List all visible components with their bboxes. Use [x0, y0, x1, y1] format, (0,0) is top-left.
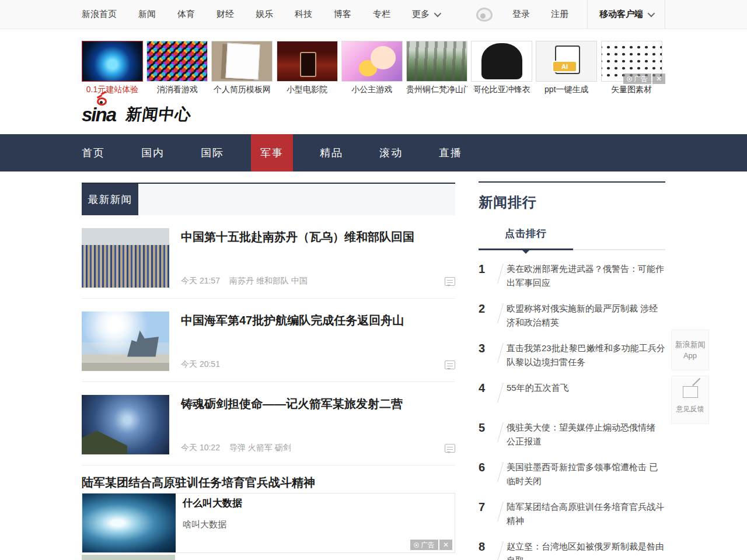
ad-caption: 个人简历模板网: [211, 85, 273, 95]
comment-icon[interactable]: [445, 444, 455, 453]
login-link[interactable]: 登录: [512, 9, 530, 20]
top-link-more[interactable]: 更多: [412, 9, 439, 20]
nav-item-live[interactable]: 直播: [430, 134, 472, 172]
ranking-item[interactable]: 4 55年的五次首飞: [479, 381, 665, 409]
ad-caption: 小公主游戏: [341, 85, 403, 95]
ranking-text: 陆军某团结合高原驻训任务培育官兵战斗精神: [507, 500, 665, 528]
slash-divider: [494, 540, 507, 560]
slash-divider: [494, 262, 507, 290]
app-label-line2: App: [673, 350, 707, 361]
ad-card-vector-icons[interactable]: 矢量图素材: [601, 41, 666, 94]
ad-thumbnail-ai-file: AI: [536, 41, 597, 82]
feedback-pencil-icon: [683, 386, 698, 398]
ad-eye-icon: [414, 542, 419, 548]
news-title[interactable]: 陆军某团结合高原驻训任务培育官兵战斗精神: [82, 475, 455, 491]
news-tags[interactable]: 导弹 火箭军 砺剑: [229, 443, 291, 453]
ranking-item[interactable]: 7 陆军某团结合高原驻训任务培育官兵战斗精神: [479, 500, 665, 528]
comment-icon[interactable]: [445, 360, 455, 369]
ranking-text: 55年的五次首飞: [507, 381, 665, 409]
sina-eye-icon: [97, 97, 107, 106]
ad-info-button[interactable]: 广告: [410, 540, 438, 550]
nav-item-domestic[interactable]: 国内: [132, 134, 174, 172]
section-bar: 最新新闻: [82, 183, 455, 215]
nav-item-international[interactable]: 国际: [191, 134, 233, 172]
sina-wordmark: sina: [82, 105, 116, 124]
nav-item-home[interactable]: 首页: [72, 134, 114, 172]
news-time: 今天 20:51: [181, 359, 220, 370]
ad-card-resume-template[interactable]: 个人简历模板网: [211, 41, 276, 94]
sina-logo[interactable]: sina: [82, 105, 116, 124]
top-link-blog[interactable]: 博客: [334, 9, 351, 20]
news-thumbnail-peacekeepers[interactable]: [82, 228, 169, 288]
ranking-item[interactable]: 5 俄驻美大使：望美媒停止煽动恐俄情绪 公正报道: [479, 421, 665, 449]
register-link[interactable]: 注册: [551, 9, 568, 20]
news-thumbnail-navy-ship[interactable]: [82, 312, 169, 371]
ranking-item[interactable]: 6 美国驻墨西哥新拉雷多领事馆遭枪击 已临时关闭: [479, 460, 665, 488]
chevron-down-icon: [648, 10, 655, 18]
ad-card-princess-game[interactable]: 小公主游戏: [341, 41, 406, 94]
ranking-tabs: 点击排行: [479, 227, 665, 250]
news-title[interactable]: 铸魂砺剑担使命——记火箭军某旅发射二营: [181, 396, 455, 411]
news-thumbnail-aircraft[interactable]: [82, 555, 175, 560]
rank-number: 6: [479, 460, 494, 488]
ranking-item[interactable]: 2 欧盟称将对俄实施新的最严厉制裁 涉经济和政治精英: [479, 302, 665, 330]
top-utility-bar: 新浪首页 新闻 体育 财经 娱乐 科技 博客 专栏 更多 登录 注册 移动客户端: [0, 0, 747, 29]
mobile-client-menu[interactable]: 移动客户端: [587, 0, 665, 29]
news-meta: 今天 21:57 南苏丹 维和部队 中国: [181, 276, 455, 288]
ad-card-mountain-ticket[interactable]: 贵州铜仁梵净山门: [406, 41, 471, 94]
top-link-sports[interactable]: 体育: [177, 9, 195, 20]
ranking-item[interactable]: 1 美在欧洲部署先进武器？俄警告：可能作出军事回应: [479, 262, 665, 290]
ad-card-website-trial[interactable]: 0.1元建站体验: [82, 41, 146, 94]
top-link-column[interactable]: 专栏: [373, 9, 390, 20]
feedback-button[interactable]: 意见反馈: [671, 376, 709, 424]
ad-strip-close-icon[interactable]: ✕: [652, 74, 665, 84]
ad-body: 什么叫大数据 啥叫大数据: [176, 494, 249, 552]
tab-click-ranking[interactable]: 点击排行: [479, 227, 573, 249]
rank-number: 8: [479, 540, 494, 560]
ad-caption: 矢量图素材: [601, 85, 662, 95]
ad-thumbnail-gems: [146, 41, 208, 82]
ad-thumbnail-big-data: [82, 494, 176, 552]
ranking-text: 俄驻美大使：望美媒停止煽动恐俄情绪 公正报道: [507, 421, 665, 449]
ad-caption: 消消看游戏: [146, 85, 208, 95]
ranking-item[interactable]: 3 直击我第23批赴黎巴嫩维和多功能工兵分队黎以边境扫雷任务: [479, 341, 665, 369]
top-link-news[interactable]: 新闻: [138, 9, 156, 20]
news-title[interactable]: 中国第十五批赴南苏丹（瓦乌）维和部队回国: [181, 229, 455, 244]
news-thumbnail-missile-launcher[interactable]: [82, 395, 169, 454]
ad-card-ppt-ai[interactable]: AI ppt一键生成: [536, 41, 601, 94]
nav-item-featured[interactable]: 精品: [310, 134, 352, 172]
ad-eye-icon: [627, 76, 632, 82]
site-header: sina 新闻中心: [0, 94, 747, 134]
top-link-entertainment[interactable]: 娱乐: [256, 9, 273, 20]
ad-info-button[interactable]: 广告: [623, 74, 651, 84]
ranking-item[interactable]: 8 赵立坚：台湾地区如被俄罗斯制裁是咎由自取: [479, 540, 665, 560]
news-body: 铸魂砺剑担使命——记火箭军某旅发射二营 今天 10:22 导弹 火箭军 砺剑: [181, 395, 455, 454]
ad-card-mini-cinema[interactable]: 小型电影院: [277, 41, 341, 94]
top-link-finance[interactable]: 财经: [217, 9, 234, 20]
ai-badge: AI: [552, 61, 577, 72]
top-nav-links: 新浪首页 新闻 体育 财经 娱乐 科技 博客 专栏 更多: [82, 9, 461, 20]
news-time: 今天 21:57: [181, 276, 220, 286]
comment-icon[interactable]: [445, 277, 455, 286]
news-meta: 今天 20:51: [181, 359, 455, 371]
ad-caption: 0.1元建站体验: [82, 85, 143, 95]
nav-item-rolling[interactable]: 滚动: [370, 134, 412, 172]
inline-ad-box[interactable]: 什么叫大数据 啥叫大数据 广告 ✕: [82, 493, 455, 553]
ad-label: 广告: [634, 74, 648, 84]
ad-card-jacket[interactable]: 哥伦比亚冲锋衣: [471, 41, 536, 94]
site-name[interactable]: 新闻中心: [125, 104, 193, 125]
nav-item-military[interactable]: 军事: [251, 134, 293, 172]
news-title[interactable]: 中国海军第47批护航编队完成任务返回舟山: [181, 313, 455, 328]
news-item: 中国第十五批赴南苏丹（瓦乌）维和部队回国 今天 21:57 南苏丹 维和部队 中…: [82, 215, 455, 299]
ad-title[interactable]: 什么叫大数据: [183, 496, 242, 510]
news-tags[interactable]: 南苏丹 维和部队 中国: [229, 276, 308, 286]
sina-news-app-button[interactable]: 新浪新闻 App: [671, 330, 709, 370]
ad-caption: 哥伦比亚冲锋衣: [471, 85, 532, 95]
top-link-tech[interactable]: 科技: [295, 9, 312, 20]
ad-box-close-icon[interactable]: ✕: [439, 540, 452, 550]
ad-card-match-game[interactable]: 消消看游戏: [146, 41, 211, 94]
sina-eye-avatar-icon[interactable]: [476, 8, 493, 22]
tab-latest-news[interactable]: 最新新闻: [82, 184, 138, 215]
top-link-sina-home[interactable]: 新浪首页: [82, 9, 117, 20]
ad-box-controls: 广告 ✕: [410, 540, 452, 550]
